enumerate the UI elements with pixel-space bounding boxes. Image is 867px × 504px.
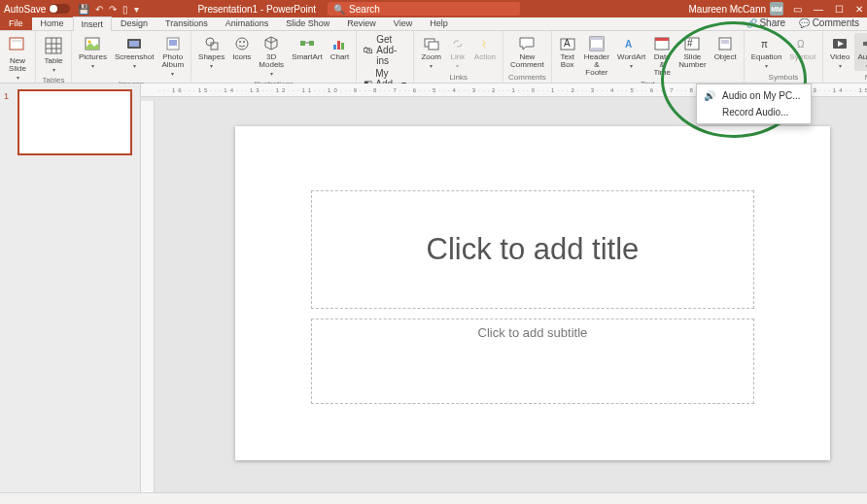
symbol-button[interactable]: ΩSymbol [786,33,818,63]
title-placeholder[interactable]: Click to add title [311,190,754,309]
user-account[interactable]: Maureen McCann MM [689,2,783,16]
svg-text:A: A [625,39,632,50]
pictures-button[interactable]: Pictures▾ [76,33,110,71]
textbox-icon: A [559,35,576,52]
slide-thumbnail-1[interactable] [17,89,132,155]
new-comment-button[interactable]: New Comment [507,33,547,71]
zoom-icon [423,35,440,52]
screenshot-button[interactable]: Screenshot▾ [112,33,156,71]
share-button[interactable]: 🔗 Share [743,16,789,30]
document-title: Presentation1 - PowerPoint [197,4,316,15]
video-button[interactable]: Video▾ [827,33,852,71]
object-icon [716,35,734,52]
workspace: 1 ···16···15···14···13···12···11···10···… [0,84,867,492]
autosave-toggle[interactable]: AutoSave [4,4,70,15]
svg-rect-0 [10,38,23,50]
object-button[interactable]: Object [711,33,740,63]
header-footer-button[interactable]: Header & Footer [581,33,612,79]
shapes-icon [203,35,221,52]
audio-button[interactable]: Audio▾ [854,33,867,71]
svg-text:A: A [564,38,571,49]
tab-home[interactable]: Home [32,16,73,30]
tab-file[interactable]: File [0,16,32,30]
svg-rect-22 [337,41,340,50]
ribbon-options-icon[interactable]: ▭ [793,4,802,15]
smartart-button[interactable]: SmartArt [289,33,326,63]
link-button[interactable]: Link▾ [446,33,469,71]
thumbnails-pane[interactable]: 1 [0,84,141,492]
header-footer-icon [588,35,606,52]
close-icon[interactable]: ✕ [855,4,863,15]
comment-icon [518,35,536,52]
wordart-button[interactable]: AWordArt▾ [614,33,648,71]
status-bar [0,492,867,504]
tab-slideshow[interactable]: Slide Show [277,16,338,30]
minimize-icon[interactable]: — [814,4,823,15]
redo-icon[interactable]: ↷ [109,4,117,15]
cube-icon [262,35,280,52]
tab-insert[interactable]: Insert [73,17,113,31]
speaker-icon: 🔊 [703,90,716,101]
quick-access-toolbar: 💾 ↶ ↷ ▯ ▾ [78,4,139,15]
date-time-button[interactable]: Date & Time [650,33,674,79]
search-box[interactable]: 🔍 Search [328,2,520,16]
tab-view[interactable]: View [385,16,421,30]
get-addins-button[interactable]: 🛍Get Add-ins [361,33,409,67]
thumbnail-number: 1 [4,91,9,101]
svg-rect-2 [46,38,61,53]
svg-point-13 [206,38,214,46]
svg-rect-1 [12,40,21,42]
svg-rect-23 [341,43,344,50]
tab-design[interactable]: Design [112,16,156,30]
record-audio[interactable]: Record Audio... [697,104,811,120]
svg-rect-33 [655,38,669,41]
svg-text:Ω: Ω [797,39,805,50]
svg-point-15 [236,38,248,50]
datetime-icon [653,35,671,52]
svg-rect-10 [129,41,139,47]
photo-album-button[interactable]: Photo Album▾ [158,33,187,79]
slide-1[interactable]: Click to add title Click to add subtitle [235,126,830,460]
new-slide-icon [7,35,28,56]
group-links: Links [449,72,468,83]
link-icon [449,35,467,52]
qat-dropdown-icon[interactable]: ▾ [134,4,139,15]
slide-number-button[interactable]: #Slide Number [676,33,709,71]
tab-review[interactable]: Review [338,16,385,30]
text-box-button[interactable]: AText Box [556,33,579,71]
subtitle-placeholder[interactable]: Click to add subtitle [311,319,754,404]
slide-canvas-area[interactable]: Click to add title Click to add subtitle [141,97,867,492]
svg-point-16 [239,41,241,43]
3d-models-button[interactable]: 3D Models▾ [256,33,287,79]
ribbon-insert: New Slide▾ Slides Table▾ Tables Pictures… [0,31,867,84]
tab-animations[interactable]: Animations [217,16,278,30]
icons-button[interactable]: Icons [229,33,254,63]
svg-text:π: π [761,39,768,50]
tab-help[interactable]: Help [421,16,457,30]
start-slideshow-icon[interactable]: ▯ [122,4,128,15]
symbol-icon: Ω [794,35,812,52]
video-icon [831,35,849,52]
save-icon[interactable]: 💾 [78,4,89,15]
audio-on-my-pc[interactable]: 🔊Audio on My PC... [697,87,811,104]
tab-transitions[interactable]: Transitions [156,16,217,30]
photo-album-icon [164,35,182,52]
comments-button[interactable]: 💬 Comments [795,16,863,30]
chart-button[interactable]: Chart [328,33,353,63]
ribbon-tabs: File Home Insert Design Transitions Anim… [0,17,867,31]
table-button[interactable]: Table▾ [40,33,67,75]
audio-icon [859,35,867,52]
group-symbols: Symbols [769,72,799,83]
action-button[interactable]: Action [471,33,499,63]
maximize-icon[interactable]: ☐ [835,4,844,15]
shapes-button[interactable]: Shapes▾ [195,33,227,71]
new-slide-button[interactable]: New Slide▾ [4,33,31,83]
user-avatar: MM [770,2,783,16]
equation-button[interactable]: πEquation▾ [748,33,785,71]
undo-icon[interactable]: ↶ [95,4,103,15]
slidenumber-icon: # [683,35,701,52]
action-icon [476,35,494,52]
audio-dropdown: 🔊Audio on My PC... Record Audio... [696,84,812,124]
user-name: Maureen McCann [689,4,766,15]
zoom-button[interactable]: Zoom▾ [418,33,443,71]
